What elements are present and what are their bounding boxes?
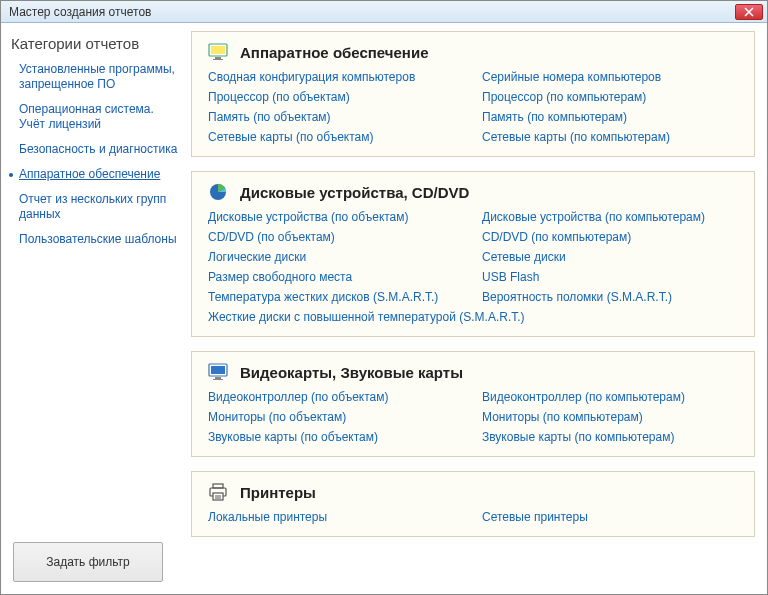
report-section: Видеокарты, Звуковые картыВидеоконтролле… (191, 351, 755, 457)
report-link[interactable]: Мониторы (по компьютерам) (482, 410, 738, 424)
section-title: Принтеры (240, 484, 316, 501)
report-link[interactable]: Память (по объектам) (208, 110, 464, 124)
report-link[interactable]: Процессор (по компьютерам) (482, 90, 738, 104)
printer-icon (208, 482, 228, 502)
sidebar-item[interactable]: Установленные программы, запрещенное ПО (19, 62, 179, 92)
report-section: ПринтерыЛокальные принтерыСетевые принте… (191, 471, 755, 537)
sidebar-item[interactable]: Безопасность и диагностика (19, 142, 179, 157)
pie-chart-icon (208, 182, 228, 202)
report-link[interactable]: Сетевые карты (по объектам) (208, 130, 464, 144)
section-links: Дисковые устройства (по объектам)Дисковы… (208, 210, 738, 324)
close-button[interactable] (735, 4, 763, 20)
report-link[interactable]: Сетевые карты (по компьютерам) (482, 130, 738, 144)
report-link[interactable]: Локальные принтеры (208, 510, 464, 524)
sidebar-list: Установленные программы, запрещенное ПОО… (9, 62, 179, 247)
section-links: Локальные принтерыСетевые принтеры (208, 510, 738, 524)
sidebar-item[interactable]: Операционная система. Учёт лицензий (19, 102, 179, 132)
report-link[interactable]: Звуковые карты (по компьютерам) (482, 430, 738, 444)
window-body: Категории отчетов Установленные программ… (1, 23, 767, 594)
sidebar-item[interactable]: Отчет из нескольких групп данных (19, 192, 179, 222)
report-link[interactable]: CD/DVD (по компьютерам) (482, 230, 738, 244)
report-link[interactable]: Температура жестких дисков (S.M.A.R.T.) (208, 290, 464, 304)
report-wizard-window: Мастер создания отчетов Категории отчето… (0, 0, 768, 595)
svg-rect-9 (213, 484, 223, 488)
report-link[interactable]: Сетевые диски (482, 250, 738, 264)
report-link[interactable]: Логические диски (208, 250, 464, 264)
sidebar: Категории отчетов Установленные программ… (9, 31, 179, 586)
section-title: Дисковые устройства, CD/DVD (240, 184, 469, 201)
svg-rect-6 (211, 366, 225, 374)
section-links: Сводная конфигурация компьютеровСерийные… (208, 70, 738, 144)
report-link[interactable]: Размер свободного места (208, 270, 464, 284)
report-link[interactable]: CD/DVD (по объектам) (208, 230, 464, 244)
report-link[interactable]: Дисковые устройства (по компьютерам) (482, 210, 738, 224)
section-title: Аппаратное обеспечение (240, 44, 429, 61)
window-title: Мастер создания отчетов (9, 5, 151, 19)
report-link[interactable]: Мониторы (по объектам) (208, 410, 464, 424)
close-icon (744, 7, 754, 17)
report-link[interactable]: Серийные номера компьютеров (482, 70, 738, 84)
sidebar-item[interactable]: Пользовательские шаблоны (19, 232, 179, 247)
main-content: Аппаратное обеспечениеСводная конфигурац… (191, 31, 759, 586)
monitor-yellow-icon (208, 42, 228, 62)
sidebar-item[interactable]: Аппаратное обеспечение (19, 167, 160, 182)
svg-rect-7 (215, 377, 221, 379)
report-link[interactable]: Звуковые карты (по объектам) (208, 430, 464, 444)
report-link[interactable]: Видеоконтроллер (по компьютерам) (482, 390, 738, 404)
section-title: Видеокарты, Звуковые карты (240, 364, 463, 381)
section-links: Видеоконтроллер (по объектам)Видеоконтро… (208, 390, 738, 444)
report-link[interactable]: Память (по компьютерам) (482, 110, 738, 124)
svg-rect-8 (213, 379, 223, 380)
report-link[interactable]: Дисковые устройства (по объектам) (208, 210, 464, 224)
report-link[interactable]: Видеоконтроллер (по объектам) (208, 390, 464, 404)
report-section: Дисковые устройства, CD/DVDДисковые устр… (191, 171, 755, 337)
report-link[interactable]: Процессор (по объектам) (208, 90, 464, 104)
report-section: Аппаратное обеспечениеСводная конфигурац… (191, 31, 755, 157)
report-link[interactable]: USB Flash (482, 270, 738, 284)
titlebar: Мастер создания отчетов (1, 1, 767, 23)
report-link[interactable]: Жесткие диски с повышенной температурой … (208, 310, 738, 324)
svg-rect-3 (213, 59, 223, 60)
svg-rect-2 (215, 57, 221, 59)
monitor-blue-icon (208, 362, 228, 382)
svg-rect-1 (211, 46, 225, 54)
report-link[interactable]: Сводная конфигурация компьютеров (208, 70, 464, 84)
report-link[interactable]: Сетевые принтеры (482, 510, 738, 524)
report-link[interactable]: Вероятность поломки (S.M.A.R.T.) (482, 290, 738, 304)
filter-button[interactable]: Задать фильтр (13, 542, 163, 582)
sidebar-heading: Категории отчетов (11, 35, 179, 52)
